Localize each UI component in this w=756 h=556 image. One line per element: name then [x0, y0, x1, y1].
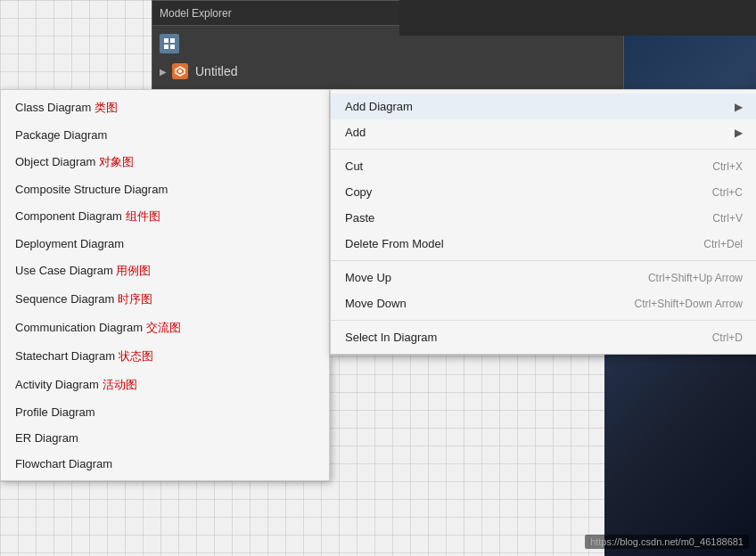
left-submenu-item[interactable]: Activity Diagram 活动图 — [1, 371, 329, 399]
context-menu-item-select-in-diagram[interactable]: Select In DiagramCtrl+D — [331, 324, 756, 350]
diagram-label-zh: 状态图 — [119, 349, 153, 363]
diagram-label: ER Diagram — [15, 431, 78, 445]
diagram-label: Package Diagram — [15, 128, 107, 142]
left-submenu-item[interactable]: Composite Structure Diagram — [1, 176, 329, 202]
add-diagram-submenu: Class Diagram 类图Package DiagramObject Di… — [0, 89, 330, 481]
submenu-arrow-icon: ▶ — [735, 101, 743, 113]
url-bar: https://blog.csdn.net/m0_46188681 — [585, 535, 749, 549]
svg-rect-1 — [170, 38, 175, 43]
keyboard-shortcut: Ctrl+V — [712, 212, 743, 225]
svg-rect-2 — [164, 45, 168, 49]
diagram-label: Activity Diagram — [15, 378, 103, 391]
diagram-label: Composite Structure Diagram — [15, 183, 168, 196]
menu-item-label: Move Up — [345, 271, 391, 284]
context-menu-item-add[interactable]: Add▶ — [331, 119, 756, 145]
left-submenu-item[interactable]: Class Diagram 类图 — [1, 94, 329, 122]
diagram-label: Statechart Diagram — [15, 349, 119, 363]
panel-header-label: Model Explorer — [160, 7, 232, 20]
model-icon — [172, 63, 188, 79]
context-menu-item-move-up[interactable]: Move UpCtrl+Shift+Up Arrow — [331, 265, 756, 290]
diagram-label: Profile Diagram — [15, 405, 95, 419]
diagram-label: Component Diagram — [15, 209, 126, 223]
left-submenu-item[interactable]: Sequence Diagram 时序图 — [1, 285, 329, 314]
top-overlay — [399, 0, 756, 36]
diagram-label: Flowchart Diagram — [15, 457, 112, 470]
svg-rect-0 — [164, 38, 168, 43]
menu-item-label: Copy — [345, 185, 372, 199]
left-submenu-item[interactable]: Flowchart Diagram — [1, 451, 329, 477]
context-menu-item-copy[interactable]: CopyCtrl+C — [331, 179, 756, 205]
svg-point-5 — [178, 70, 182, 73]
diagram-label: Sequence Diagram — [15, 292, 118, 306]
menu-divider — [331, 320, 756, 321]
tree-root-item[interactable]: ▶ Untitled — [160, 60, 616, 83]
diagram-label-zh: 用例图 — [116, 264, 151, 277]
keyboard-shortcut: Ctrl+D — [712, 331, 743, 344]
left-submenu-item[interactable]: Statechart Diagram 状态图 — [1, 342, 329, 371]
diagram-label-zh: 活动图 — [103, 378, 137, 391]
menu-divider — [331, 149, 756, 150]
menu-item-label: Paste — [345, 211, 374, 225]
tree-root-label: Untitled — [195, 64, 237, 78]
left-submenu-item[interactable]: Use Case Diagram 用例图 — [1, 257, 329, 285]
context-menu-item-add-diagram[interactable]: Add Diagram▶ — [331, 94, 756, 119]
context-menu-item-delete[interactable]: Delete From ModelCtrl+Del — [331, 231, 756, 257]
submenu-arrow-icon: ▶ — [735, 127, 743, 139]
diagram-label: Communication Diagram — [15, 321, 146, 334]
diagram-label: Object Diagram — [15, 155, 99, 168]
left-submenu-item[interactable]: Profile Diagram — [1, 399, 329, 425]
menu-item-label: Delete From Model — [345, 237, 444, 250]
context-menu-item-cut[interactable]: CutCtrl+X — [331, 153, 756, 179]
grid-icon — [160, 34, 179, 53]
menu-divider — [331, 260, 756, 261]
diagram-label-zh: 组件图 — [126, 209, 160, 223]
diagram-label-zh: 对象图 — [99, 155, 134, 168]
keyboard-shortcut: Ctrl+X — [712, 160, 743, 173]
diagram-label-zh: 时序图 — [118, 292, 152, 306]
menu-item-label: Add Diagram — [345, 100, 413, 113]
keyboard-shortcut: Ctrl+Del — [703, 238, 743, 250]
left-submenu-item[interactable]: Package Diagram — [1, 122, 329, 148]
left-submenu-item[interactable]: Component Diagram 组件图 — [1, 202, 329, 231]
context-menu: Add Diagram▶Add▶CutCtrl+XCopyCtrl+CPaste… — [330, 89, 756, 355]
menu-item-label: Cut — [345, 159, 363, 173]
context-menu-item-move-down[interactable]: Move DownCtrl+Shift+Down Arrow — [331, 290, 756, 316]
diagram-label: Use Case Diagram — [15, 264, 116, 277]
left-submenu-item[interactable]: Deployment Diagram — [1, 231, 329, 257]
svg-rect-3 — [170, 45, 175, 49]
keyboard-shortcut: Ctrl+C — [712, 186, 743, 199]
left-submenu-item[interactable]: Object Diagram 对象图 — [1, 148, 329, 176]
diagram-label-zh: 交流图 — [146, 321, 181, 334]
menu-item-label: Select In Diagram — [345, 331, 437, 344]
tree-expand-arrow: ▶ — [160, 67, 167, 77]
menu-item-label: Add — [345, 126, 366, 139]
left-submenu-item[interactable]: Communication Diagram 交流图 — [1, 314, 329, 342]
left-submenu-item[interactable]: ER Diagram — [1, 425, 329, 451]
keyboard-shortcut: Ctrl+Shift+Down Arrow — [635, 298, 743, 310]
context-menu-item-paste[interactable]: PasteCtrl+V — [331, 205, 756, 231]
menu-item-label: Move Down — [345, 297, 407, 310]
diagram-label-zh: 类图 — [94, 101, 118, 114]
diagram-label: Deployment Diagram — [15, 237, 124, 250]
diagram-label: Class Diagram — [15, 101, 94, 114]
keyboard-shortcut: Ctrl+Shift+Up Arrow — [648, 272, 743, 284]
